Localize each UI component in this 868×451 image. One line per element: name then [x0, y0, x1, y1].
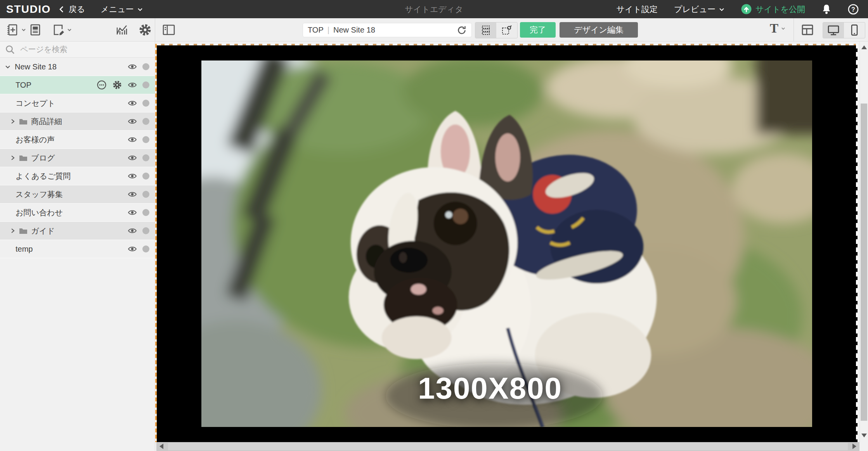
visibility-eye-icon[interactable] — [128, 63, 137, 71]
page-edit-icon — [52, 23, 65, 37]
tree-row-label: お客様の声 — [16, 135, 55, 145]
chevron-down-icon[interactable] — [5, 64, 11, 70]
tree-row-temp[interactable]: temp — [0, 240, 155, 258]
tree-row-label: よくあるご質問 — [16, 171, 71, 181]
notifications-bell-icon[interactable] — [821, 4, 832, 15]
chevron-down-icon — [21, 27, 26, 33]
publish-site-button[interactable]: サイトを公開 — [741, 4, 805, 15]
tree-row-staff-recruit[interactable]: スタッフ募集 — [0, 185, 155, 204]
toggle-sidebar-button[interactable] — [162, 24, 175, 36]
panel-toggle-icon — [162, 24, 175, 36]
preview-button[interactable]: プレビュー — [674, 4, 725, 15]
chevron-right-icon[interactable] — [10, 155, 16, 161]
chevron-right-icon[interactable] — [10, 228, 16, 234]
page-settings-gear-icon[interactable] — [112, 80, 122, 90]
publish-label: サイトを公開 — [755, 4, 805, 15]
site-settings-button[interactable]: サイト設定 — [617, 4, 658, 15]
typography-button[interactable]: T — [770, 21, 786, 36]
tree-row-contact[interactable]: お問い合わせ — [0, 204, 155, 222]
help-icon[interactable]: ? — [848, 4, 859, 15]
studio-logo: STUDIO — [6, 3, 51, 16]
scroll-left-arrow[interactable] — [159, 444, 163, 449]
visibility-eye-icon[interactable] — [128, 136, 137, 143]
add-page-icon — [6, 23, 19, 37]
tree-row-label: お問い合わせ — [16, 207, 63, 218]
refresh-icon[interactable] — [457, 25, 467, 35]
auto-layout-mode-button[interactable] — [475, 22, 496, 38]
site-gear-button[interactable] — [138, 23, 152, 37]
scroll-down-arrow[interactable] — [861, 434, 867, 437]
free-layout-mode-button[interactable] — [496, 22, 517, 38]
gear-icon — [138, 23, 152, 37]
visibility-eye-icon[interactable] — [128, 227, 137, 235]
selection-guide-right — [856, 44, 858, 442]
edit-page-button[interactable] — [52, 23, 72, 37]
status-dot — [142, 63, 149, 70]
visibility-eye-icon[interactable] — [128, 190, 137, 198]
scroll-right-arrow[interactable] — [852, 444, 856, 449]
more-options-icon[interactable] — [97, 80, 107, 90]
tree-row-top-page[interactable]: TOP — [0, 76, 155, 94]
tree-row-label: ブログ — [31, 153, 55, 163]
desktop-view-button[interactable] — [823, 22, 844, 38]
visibility-eye-icon[interactable] — [128, 154, 137, 162]
hero-placeholder-image[interactable]: 1300X800 — [201, 60, 812, 427]
folder-icon — [19, 227, 28, 235]
site-name: New Site 18 — [333, 26, 375, 35]
menu-button[interactable]: メニュー — [100, 4, 143, 15]
analytics-chart-icon — [115, 23, 129, 37]
image-size-label: 1300X800 — [418, 371, 562, 406]
vertical-scrollbar[interactable] — [859, 41, 868, 442]
done-button[interactable]: 完了 — [520, 22, 556, 38]
status-dot — [142, 100, 149, 107]
tree-row-concept[interactable]: コンセプト — [0, 94, 155, 112]
selection-guide-left — [155, 44, 157, 442]
analytics-button[interactable] — [115, 23, 129, 37]
horizontal-scrollbar[interactable] — [156, 442, 859, 451]
horizontal-scrollbar-thumb[interactable] — [168, 443, 848, 450]
cms-pages-button[interactable] — [29, 23, 41, 37]
tree-row-customer-voice[interactable]: お客様の声 — [0, 131, 155, 149]
tree-row-label: 商品詳細 — [31, 116, 62, 127]
toolbar-separator — [794, 18, 794, 41]
vertical-scrollbar-thumb[interactable] — [861, 104, 867, 421]
visibility-eye-icon[interactable] — [128, 81, 137, 89]
editor-title: サイトエディタ — [405, 4, 463, 15]
search-icon — [5, 44, 16, 55]
tree-row-guide-folder[interactable]: ガイド — [0, 222, 155, 240]
free-position-icon — [501, 25, 512, 36]
visibility-eye-icon[interactable] — [128, 118, 137, 125]
mobile-view-button[interactable] — [844, 22, 865, 38]
tree-row-label: コンセプト — [16, 98, 55, 109]
visibility-eye-icon[interactable] — [128, 245, 137, 253]
tree-row-blog-folder[interactable]: ブログ — [0, 149, 155, 167]
visibility-eye-icon[interactable] — [128, 172, 137, 180]
back-button[interactable]: 戻る — [58, 4, 85, 15]
page-canvas[interactable]: 1300X800 — [156, 44, 858, 442]
page-search-input[interactable] — [20, 45, 137, 54]
window-layout-icon — [801, 23, 814, 36]
tree-row-site-root[interactable]: New Site 18 — [0, 58, 155, 76]
header-left-group: STUDIO 戻る メニュー — [0, 3, 143, 16]
stacked-boxes-icon — [481, 25, 491, 36]
chevron-right-icon[interactable] — [10, 118, 16, 124]
scroll-up-arrow[interactable] — [861, 45, 867, 49]
status-dot — [142, 136, 149, 143]
smartphone-icon — [850, 24, 859, 36]
status-dot — [142, 245, 149, 252]
tree-row-label: TOP — [16, 81, 31, 90]
chevron-left-icon — [58, 5, 66, 14]
tree-row-product-detail-folder[interactable]: 商品詳細 — [0, 112, 155, 131]
add-page-button[interactable] — [6, 23, 26, 37]
visibility-eye-icon[interactable] — [128, 99, 137, 107]
visibility-eye-icon[interactable] — [128, 209, 137, 216]
path-separator: | — [327, 26, 329, 35]
page-path-bar[interactable]: TOP | New Site 18 — [303, 23, 472, 37]
layout-settings-button[interactable] — [801, 23, 814, 36]
chevron-down-icon — [719, 6, 725, 12]
design-edit-button[interactable]: デザイン編集 — [560, 22, 638, 38]
folder-icon — [19, 154, 28, 162]
chevron-down-icon — [67, 27, 72, 33]
toolbar-separator — [155, 18, 155, 41]
tree-row-faq[interactable]: よくあるご質問 — [0, 167, 155, 185]
